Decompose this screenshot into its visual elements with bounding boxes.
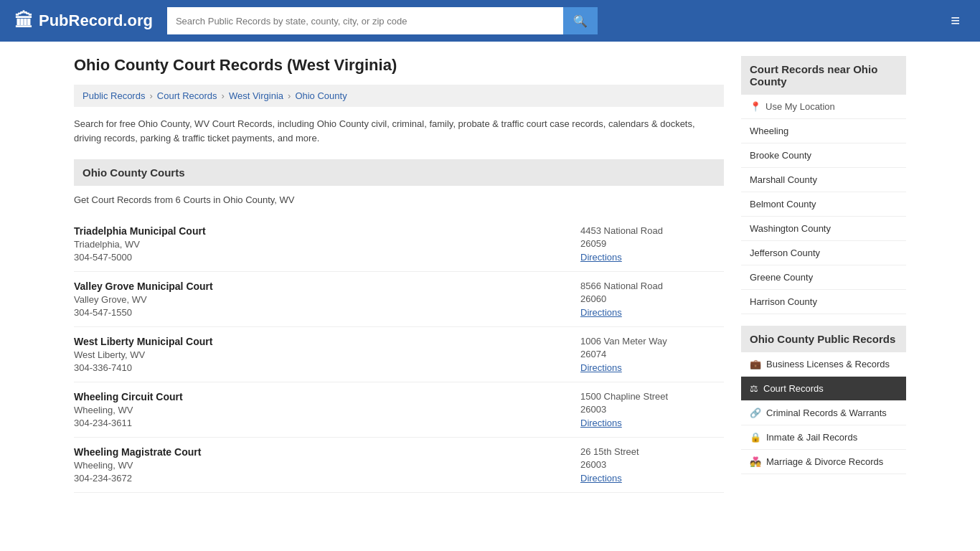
court-phone-3: 304-234-3611	[74, 418, 580, 428]
court-left-1: Valley Grove Municipal Court Valley Grov…	[74, 281, 580, 318]
courts-list: Triadelphia Municipal Court Triadelphia,…	[74, 217, 724, 493]
content-area: Ohio County Court Records (West Virginia…	[74, 56, 724, 493]
table-row: Wheeling Circuit Court Wheeling, WV 304-…	[74, 382, 724, 438]
table-row: Triadelphia Municipal Court Triadelphia,…	[74, 217, 724, 272]
nearby-location-2[interactable]: Marshall County	[741, 168, 906, 192]
directions-link-1[interactable]: Directions	[580, 307, 622, 318]
public-records-section: Ohio County Public Records 💼Business Lic…	[741, 326, 906, 474]
nearby-section: Court Records near Ohio County 📍 Use My …	[741, 56, 906, 314]
breadcrumb-sep-3: ›	[288, 90, 291, 101]
public-records-icon-2: 🔗	[750, 408, 761, 418]
court-zip-0: 26059	[580, 238, 724, 249]
court-phone-0: 304-547-5000	[74, 252, 580, 263]
public-records-icon-1: ⚖	[750, 383, 758, 394]
public-records-list: 💼Business Licenses & Records⚖Court Recor…	[741, 352, 906, 474]
court-zip-2: 26074	[580, 349, 724, 359]
menu-button[interactable]: ≡	[945, 9, 966, 33]
court-city-4: Wheeling, WV	[74, 460, 580, 471]
court-phone-1: 304-547-1550	[74, 307, 580, 318]
table-row: Valley Grove Municipal Court Valley Grov…	[74, 272, 724, 327]
court-address-4: 26 15th Street	[580, 446, 724, 457]
court-name-0: Triadelphia Municipal Court	[74, 225, 580, 237]
breadcrumb-court-records[interactable]: Court Records	[157, 90, 217, 101]
directions-link-3[interactable]: Directions	[580, 418, 622, 428]
public-records-label-0: Business Licenses & Records	[766, 359, 890, 369]
court-zip-3: 26003	[580, 404, 724, 415]
page-title: Ohio County Court Records (West Virginia…	[74, 56, 724, 75]
public-records-item-4[interactable]: 💑Marriage & Divorce Records	[741, 450, 906, 474]
court-phone-2: 304-336-7410	[74, 362, 580, 373]
main-container: Ohio County Court Records (West Virginia…	[60, 42, 920, 507]
nearby-location-7[interactable]: Harrison County	[741, 290, 906, 314]
public-records-item-3[interactable]: 🔒Inmate & Jail Records	[741, 425, 906, 450]
public-records-title: Ohio County Public Records	[741, 326, 906, 352]
court-left-2: West Liberty Municipal Court West Libert…	[74, 336, 580, 373]
court-right-4: 26 15th Street 26003 Directions	[580, 446, 724, 484]
court-name-2: West Liberty Municipal Court	[74, 336, 580, 347]
public-records-item-0[interactable]: 💼Business Licenses & Records	[741, 352, 906, 377]
courts-subtext: Get Court Records from 6 Courts in Ohio …	[74, 194, 724, 205]
logo-text: PubRecord.org	[39, 11, 153, 30]
court-city-2: West Liberty, WV	[74, 349, 580, 360]
court-address-0: 4453 National Road	[580, 225, 724, 236]
court-city-3: Wheeling, WV	[74, 405, 580, 415]
court-right-0: 4453 National Road 26059 Directions	[580, 225, 724, 263]
table-row: Wheeling Magistrate Court Wheeling, WV 3…	[74, 438, 724, 493]
site-logo[interactable]: 🏛 PubRecord.org	[14, 10, 153, 32]
court-right-2: 1006 Van Meter Way 26074 Directions	[580, 336, 724, 373]
nearby-location-0[interactable]: Wheeling	[741, 119, 906, 143]
court-zip-1: 26060	[580, 293, 724, 304]
sidebar: Court Records near Ohio County 📍 Use My …	[741, 56, 906, 493]
nearby-locations-list: WheelingBrooke CountyMarshall CountyBelm…	[741, 119, 906, 314]
court-zip-4: 26003	[580, 459, 724, 470]
nearby-location-4[interactable]: Washington County	[741, 217, 906, 241]
breadcrumb-sep-2: ›	[222, 90, 225, 101]
court-left-0: Triadelphia Municipal Court Triadelphia,…	[74, 225, 580, 263]
breadcrumb: Public Records › Court Records › West Vi…	[74, 85, 724, 107]
breadcrumb-sep-1: ›	[149, 90, 152, 101]
court-right-1: 8566 National Road 26060 Directions	[580, 281, 724, 318]
public-records-label-3: Inmate & Jail Records	[766, 432, 857, 443]
directions-link-4[interactable]: Directions	[580, 473, 622, 484]
logo-icon: 🏛	[14, 10, 33, 32]
search-input[interactable]	[167, 7, 563, 34]
directions-link-2[interactable]: Directions	[580, 362, 622, 373]
court-left-4: Wheeling Magistrate Court Wheeling, WV 3…	[74, 446, 580, 484]
public-records-item-1[interactable]: ⚖Court Records	[741, 377, 906, 401]
court-address-3: 1500 Chapline Street	[580, 391, 724, 402]
public-records-icon-4: 💑	[750, 456, 761, 467]
directions-link-0[interactable]: Directions	[580, 252, 622, 263]
search-bar: 🔍	[167, 7, 598, 34]
page-description: Search for free Ohio County, WV Court Re…	[74, 117, 724, 145]
court-name-1: Valley Grove Municipal Court	[74, 281, 580, 292]
nearby-location-5[interactable]: Jefferson County	[741, 241, 906, 265]
nearby-title: Court Records near Ohio County	[741, 56, 906, 95]
court-phone-4: 304-234-3672	[74, 473, 580, 484]
use-my-location-label: Use My Location	[765, 101, 835, 112]
nearby-location-6[interactable]: Greene County	[741, 265, 906, 290]
breadcrumb-public-records[interactable]: Public Records	[83, 90, 145, 101]
table-row: West Liberty Municipal Court West Libert…	[74, 327, 724, 382]
public-records-icon-3: 🔒	[750, 432, 761, 443]
court-city-0: Triadelphia, WV	[74, 239, 580, 250]
public-records-label-2: Criminal Records & Warrants	[766, 408, 887, 418]
site-header: 🏛 PubRecord.org 🔍 ≡	[0, 0, 980, 42]
nearby-location-3[interactable]: Belmont County	[741, 192, 906, 217]
breadcrumb-ohio-county[interactable]: Ohio County	[295, 90, 347, 101]
nearby-location-1[interactable]: Brooke County	[741, 143, 906, 168]
public-records-icon-0: 💼	[750, 359, 761, 369]
public-records-item-2[interactable]: 🔗Criminal Records & Warrants	[741, 401, 906, 425]
use-my-location[interactable]: 📍 Use My Location	[741, 95, 906, 119]
public-records-label-1: Court Records	[763, 383, 824, 394]
courts-section-header: Ohio County Courts	[74, 159, 724, 186]
court-name-3: Wheeling Circuit Court	[74, 391, 580, 402]
court-address-2: 1006 Van Meter Way	[580, 336, 724, 347]
search-button[interactable]: 🔍	[563, 7, 598, 34]
court-address-1: 8566 National Road	[580, 281, 724, 291]
court-right-3: 1500 Chapline Street 26003 Directions	[580, 391, 724, 428]
court-name-4: Wheeling Magistrate Court	[74, 446, 580, 458]
location-pin-icon: 📍	[750, 101, 761, 112]
court-city-1: Valley Grove, WV	[74, 294, 580, 305]
public-records-label-4: Marriage & Divorce Records	[766, 456, 883, 467]
breadcrumb-west-virginia[interactable]: West Virginia	[229, 90, 283, 101]
